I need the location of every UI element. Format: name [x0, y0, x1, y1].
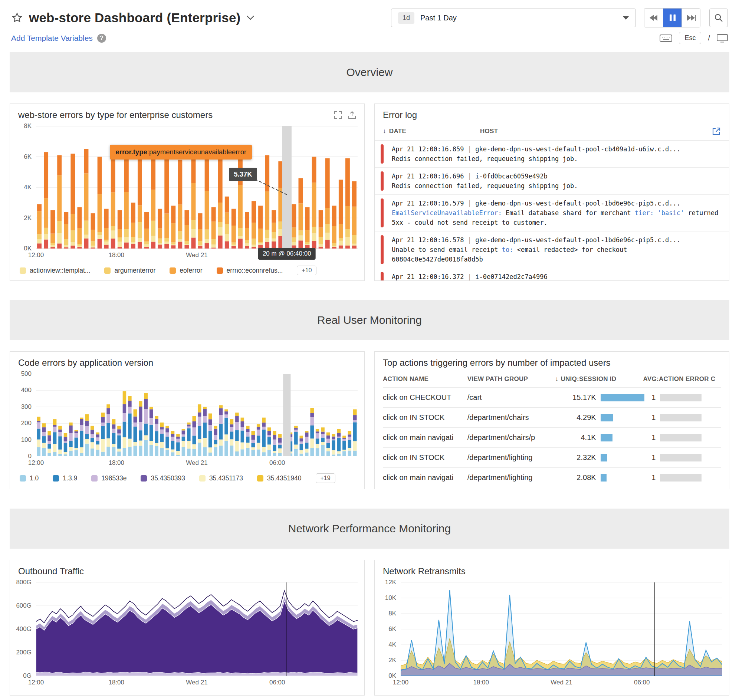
log-status-bar [381, 171, 384, 191]
table-row[interactable]: click on main navigati/department/lighti… [383, 468, 721, 487]
subbar-right: Esc / [660, 32, 728, 44]
errors-chart[interactable]: 8K6K4K2K0K error.type:paymentserviceunav… [10, 122, 364, 261]
actions-table-header: ACTION NAME VIEW PATH GROUP ↓UNIQ:SESSIO… [383, 370, 721, 387]
y-tick-label: 12K [385, 579, 396, 586]
x-tick-label: Wed 21 [186, 459, 208, 467]
esc-shortcut[interactable]: Esc [679, 32, 701, 44]
avg-value: 1 [643, 453, 655, 462]
help-icon[interactable]: ? [97, 34, 106, 43]
sub-bar: Add Template Variables ? Esc / [0, 30, 739, 52]
log-col-date[interactable]: ↓DATE [383, 128, 480, 135]
log-separator: | [464, 273, 475, 281]
log-entry[interactable]: Apr 21 12:00:16.579 | gke-demo-dpn-us-we… [375, 194, 729, 231]
zoom-button[interactable] [709, 9, 728, 27]
legend-item[interactable]: 35.4351940 [257, 475, 301, 482]
legend-item[interactable]: 35.4351173 [199, 475, 243, 482]
col-avg-action-error[interactable]: AVG:ACTION ERROR C [643, 375, 721, 383]
plot-column: 12:0018:00Wed 2106:00 [36, 582, 358, 688]
errors-legend: actionview::templat...argumenterroreofer… [10, 261, 364, 281]
sessions-bar-track [601, 414, 645, 421]
x-tick-label: 06:00 [269, 459, 285, 467]
sessions-value: 15.17K [555, 393, 596, 402]
legend-item[interactable]: errno::econnrefus... [216, 267, 283, 275]
rewind-button[interactable] [645, 9, 663, 27]
y-tick-label: 0G [23, 672, 31, 679]
x-tick-label: 06:00 [634, 679, 650, 686]
legend-swatch [257, 475, 264, 481]
legend-more-button[interactable]: +10 [297, 266, 317, 275]
fast-forward-button[interactable] [682, 9, 700, 27]
y-tick-label: 0K [24, 245, 31, 252]
log-separator: | [464, 236, 475, 244]
favorite-star-icon[interactable] [11, 12, 23, 24]
y-tick-label: 200 [21, 419, 31, 427]
sessions-bar [601, 394, 645, 401]
chevron-down-icon[interactable] [246, 15, 255, 21]
col-action-name[interactable]: ACTION NAME [383, 375, 467, 383]
log-entry[interactable]: Apr 21 12:00:16.859 | gke-demo-dpn-us-we… [375, 141, 729, 167]
x-tick-label: Wed 21 [186, 251, 208, 259]
y-tick-label: 8K [24, 122, 31, 130]
add-template-variables-link[interactable]: Add Template Variables [11, 34, 93, 43]
x-axis: 12:0018:00Wed 2106:00 [36, 456, 358, 469]
table-row[interactable]: click on IN STOCK/department/chairs4.29K… [383, 407, 721, 427]
fullscreen-monitor-icon[interactable] [717, 34, 728, 43]
table-row[interactable]: click on IN STOCK/department/lighting2.3… [383, 447, 721, 468]
subbar-left: Add Template Variables ? [11, 34, 106, 43]
panel-head: Outbound Traffic [10, 560, 364, 579]
rum-row: Code errors by application version 50040… [10, 351, 729, 489]
col-view-path-group[interactable]: VIEW PATH GROUP [467, 375, 555, 383]
log-col-host[interactable]: HOST [480, 128, 498, 135]
outbound-plot-area[interactable] [36, 582, 358, 676]
x-tick-label: 18:00 [108, 251, 124, 259]
action-name-cell: click on CHECKOUT [383, 393, 467, 402]
time-range-picker[interactable]: 1d Past 1 Day [391, 9, 636, 27]
table-row[interactable]: click on CHECKOUT/cart15.17K1 [383, 387, 721, 407]
panel-network-retransmits: Network Retransmits 12K10K8K6K4K2K0K 12:… [374, 560, 729, 696]
log-message-text [654, 209, 657, 217]
y-tick-label: 2K [389, 657, 396, 664]
log-status-bar [381, 144, 384, 163]
legend-item[interactable]: 1.3.9 [53, 475, 77, 482]
panel-error-log: Error log ↓DATE HOST Apr 21 12:00:16.859… [374, 103, 729, 281]
time-range-badge: 1d [398, 12, 414, 24]
export-icon[interactable] [348, 111, 356, 119]
outbound-area-svg [36, 582, 358, 676]
outbound-chart[interactable]: 800G600G400G200G0G 12:0018:00Wed 2106:00 [10, 579, 364, 688]
legend-label: 35.4351173 [209, 475, 243, 482]
versions-plot-area[interactable] [36, 374, 358, 456]
playback-controls [644, 8, 701, 28]
avg-error-cell: 1 [643, 393, 721, 402]
legend-item[interactable]: 198533e [91, 475, 127, 482]
actions-table: ACTION NAME VIEW PATH GROUP ↓UNIQ:SESSIO… [375, 370, 729, 487]
y-axis: 12K10K8K6K4K2K0K [377, 582, 400, 676]
expand-icon[interactable] [334, 111, 342, 119]
legend-item[interactable]: actionview::templat... [20, 267, 90, 275]
legend-item[interactable]: 35.4350393 [141, 475, 185, 482]
legend-label: 35.4351940 [267, 475, 301, 482]
pause-button[interactable] [663, 9, 682, 27]
log-message-link: to: [502, 246, 514, 253]
col-uniq-session-id[interactable]: ↓UNIQ:SESSION ID [555, 375, 643, 383]
keyboard-icon[interactable] [660, 34, 672, 43]
open-external-icon[interactable] [712, 127, 721, 136]
legend-item[interactable]: eoferror [169, 267, 202, 275]
table-row[interactable]: click on main navigati/department/chairs… [383, 427, 721, 447]
errors-plot-area[interactable]: error.type:paymentserviceunavailableerro… [36, 126, 358, 249]
log-entry[interactable]: Apr 21 12:00:16.372 | i-0e07142ed2c7a499… [375, 268, 729, 281]
log-entry[interactable]: Apr 21 12:00:16.696 | i-0fd0bcac6059e492… [375, 167, 729, 194]
log-entry[interactable]: Apr 21 12:00:16.578 | gke-demo-dpn-us-we… [375, 231, 729, 268]
legend-more-button[interactable]: +19 [316, 474, 336, 483]
retransmits-plot-area[interactable] [400, 582, 722, 676]
legend-item[interactable]: 1.0 [20, 475, 38, 482]
legend-swatch [169, 268, 176, 274]
sessions-value: 2.32K [555, 453, 596, 462]
legend-item[interactable]: argumenterror [104, 267, 155, 275]
panel-head: Error log [375, 104, 729, 122]
log-host: gke-demo-dpn-us-west-default-pool-1bd6e9… [475, 200, 680, 207]
retransmits-chart[interactable]: 12K10K8K6K4K2K0K 12:0018:00Wed 2106:00 [375, 579, 729, 688]
action-name-cell: click on main navigati [383, 474, 467, 482]
panel-title: web-store errors by type for enterprise … [18, 110, 213, 120]
panel-icons [334, 111, 356, 119]
versions-chart[interactable]: 5004003002001000 12:0018:00Wed 2106:00 [10, 370, 364, 469]
